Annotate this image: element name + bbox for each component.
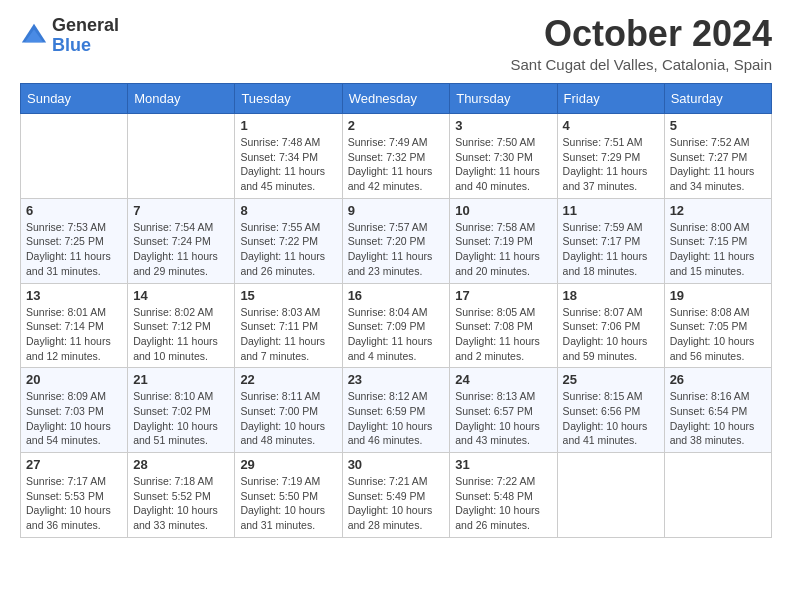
day-number: 25 xyxy=(563,372,659,387)
page-header: General Blue October 2024 Sant Cugat del… xyxy=(20,16,772,73)
day-number: 19 xyxy=(670,288,766,303)
calendar-cell: 20Sunrise: 8:09 AM Sunset: 7:03 PM Dayli… xyxy=(21,368,128,453)
day-of-week-header: Monday xyxy=(128,84,235,114)
day-number: 8 xyxy=(240,203,336,218)
calendar-cell: 7Sunrise: 7:54 AM Sunset: 7:24 PM Daylig… xyxy=(128,198,235,283)
calendar-cell: 29Sunrise: 7:19 AM Sunset: 5:50 PM Dayli… xyxy=(235,453,342,538)
day-info: Sunrise: 7:17 AM Sunset: 5:53 PM Dayligh… xyxy=(26,474,122,533)
day-of-week-header: Sunday xyxy=(21,84,128,114)
day-info: Sunrise: 8:11 AM Sunset: 7:00 PM Dayligh… xyxy=(240,389,336,448)
day-number: 4 xyxy=(563,118,659,133)
day-info: Sunrise: 7:52 AM Sunset: 7:27 PM Dayligh… xyxy=(670,135,766,194)
calendar-cell: 21Sunrise: 8:10 AM Sunset: 7:02 PM Dayli… xyxy=(128,368,235,453)
calendar-cell xyxy=(21,114,128,199)
day-of-week-header: Saturday xyxy=(664,84,771,114)
day-number: 22 xyxy=(240,372,336,387)
month-title: October 2024 xyxy=(510,16,772,52)
calendar-cell: 14Sunrise: 8:02 AM Sunset: 7:12 PM Dayli… xyxy=(128,283,235,368)
day-info: Sunrise: 7:49 AM Sunset: 7:32 PM Dayligh… xyxy=(348,135,445,194)
day-info: Sunrise: 7:19 AM Sunset: 5:50 PM Dayligh… xyxy=(240,474,336,533)
day-info: Sunrise: 8:01 AM Sunset: 7:14 PM Dayligh… xyxy=(26,305,122,364)
calendar-cell: 31Sunrise: 7:22 AM Sunset: 5:48 PM Dayli… xyxy=(450,453,557,538)
day-info: Sunrise: 8:10 AM Sunset: 7:02 PM Dayligh… xyxy=(133,389,229,448)
calendar-week-row: 20Sunrise: 8:09 AM Sunset: 7:03 PM Dayli… xyxy=(21,368,772,453)
day-info: Sunrise: 7:18 AM Sunset: 5:52 PM Dayligh… xyxy=(133,474,229,533)
calendar-cell: 22Sunrise: 8:11 AM Sunset: 7:00 PM Dayli… xyxy=(235,368,342,453)
day-info: Sunrise: 8:03 AM Sunset: 7:11 PM Dayligh… xyxy=(240,305,336,364)
day-number: 5 xyxy=(670,118,766,133)
day-number: 2 xyxy=(348,118,445,133)
day-number: 24 xyxy=(455,372,551,387)
day-info: Sunrise: 8:13 AM Sunset: 6:57 PM Dayligh… xyxy=(455,389,551,448)
day-info: Sunrise: 7:55 AM Sunset: 7:22 PM Dayligh… xyxy=(240,220,336,279)
calendar-cell: 2Sunrise: 7:49 AM Sunset: 7:32 PM Daylig… xyxy=(342,114,450,199)
calendar-cell: 9Sunrise: 7:57 AM Sunset: 7:20 PM Daylig… xyxy=(342,198,450,283)
calendar-week-row: 13Sunrise: 8:01 AM Sunset: 7:14 PM Dayli… xyxy=(21,283,772,368)
calendar-header-row: SundayMondayTuesdayWednesdayThursdayFrid… xyxy=(21,84,772,114)
calendar-cell: 26Sunrise: 8:16 AM Sunset: 6:54 PM Dayli… xyxy=(664,368,771,453)
day-number: 26 xyxy=(670,372,766,387)
day-info: Sunrise: 8:09 AM Sunset: 7:03 PM Dayligh… xyxy=(26,389,122,448)
logo-blue-text: Blue xyxy=(52,36,119,56)
day-number: 12 xyxy=(670,203,766,218)
day-of-week-header: Wednesday xyxy=(342,84,450,114)
day-number: 7 xyxy=(133,203,229,218)
calendar-week-row: 6Sunrise: 7:53 AM Sunset: 7:25 PM Daylig… xyxy=(21,198,772,283)
day-info: Sunrise: 7:48 AM Sunset: 7:34 PM Dayligh… xyxy=(240,135,336,194)
day-info: Sunrise: 7:50 AM Sunset: 7:30 PM Dayligh… xyxy=(455,135,551,194)
day-info: Sunrise: 7:21 AM Sunset: 5:49 PM Dayligh… xyxy=(348,474,445,533)
day-number: 29 xyxy=(240,457,336,472)
day-info: Sunrise: 7:53 AM Sunset: 7:25 PM Dayligh… xyxy=(26,220,122,279)
calendar-cell: 17Sunrise: 8:05 AM Sunset: 7:08 PM Dayli… xyxy=(450,283,557,368)
day-of-week-header: Tuesday xyxy=(235,84,342,114)
day-number: 3 xyxy=(455,118,551,133)
day-info: Sunrise: 7:22 AM Sunset: 5:48 PM Dayligh… xyxy=(455,474,551,533)
logo-general-text: General xyxy=(52,16,119,36)
day-number: 23 xyxy=(348,372,445,387)
calendar-cell: 3Sunrise: 7:50 AM Sunset: 7:30 PM Daylig… xyxy=(450,114,557,199)
day-number: 15 xyxy=(240,288,336,303)
logo: General Blue xyxy=(20,16,119,56)
day-info: Sunrise: 8:08 AM Sunset: 7:05 PM Dayligh… xyxy=(670,305,766,364)
day-number: 27 xyxy=(26,457,122,472)
title-section: October 2024 Sant Cugat del Valles, Cata… xyxy=(510,16,772,73)
day-info: Sunrise: 8:05 AM Sunset: 7:08 PM Dayligh… xyxy=(455,305,551,364)
calendar-cell: 10Sunrise: 7:58 AM Sunset: 7:19 PM Dayli… xyxy=(450,198,557,283)
day-info: Sunrise: 8:02 AM Sunset: 7:12 PM Dayligh… xyxy=(133,305,229,364)
calendar-cell: 8Sunrise: 7:55 AM Sunset: 7:22 PM Daylig… xyxy=(235,198,342,283)
day-number: 28 xyxy=(133,457,229,472)
day-info: Sunrise: 8:16 AM Sunset: 6:54 PM Dayligh… xyxy=(670,389,766,448)
calendar-cell: 16Sunrise: 8:04 AM Sunset: 7:09 PM Dayli… xyxy=(342,283,450,368)
day-number: 9 xyxy=(348,203,445,218)
day-info: Sunrise: 8:15 AM Sunset: 6:56 PM Dayligh… xyxy=(563,389,659,448)
day-info: Sunrise: 8:07 AM Sunset: 7:06 PM Dayligh… xyxy=(563,305,659,364)
calendar-cell: 11Sunrise: 7:59 AM Sunset: 7:17 PM Dayli… xyxy=(557,198,664,283)
day-number: 17 xyxy=(455,288,551,303)
day-number: 11 xyxy=(563,203,659,218)
day-info: Sunrise: 7:58 AM Sunset: 7:19 PM Dayligh… xyxy=(455,220,551,279)
calendar-cell: 28Sunrise: 7:18 AM Sunset: 5:52 PM Dayli… xyxy=(128,453,235,538)
day-info: Sunrise: 8:00 AM Sunset: 7:15 PM Dayligh… xyxy=(670,220,766,279)
day-number: 21 xyxy=(133,372,229,387)
day-number: 10 xyxy=(455,203,551,218)
day-number: 14 xyxy=(133,288,229,303)
calendar-cell: 13Sunrise: 8:01 AM Sunset: 7:14 PM Dayli… xyxy=(21,283,128,368)
calendar-cell: 23Sunrise: 8:12 AM Sunset: 6:59 PM Dayli… xyxy=(342,368,450,453)
calendar-cell: 24Sunrise: 8:13 AM Sunset: 6:57 PM Dayli… xyxy=(450,368,557,453)
location-text: Sant Cugat del Valles, Catalonia, Spain xyxy=(510,56,772,73)
day-number: 31 xyxy=(455,457,551,472)
day-info: Sunrise: 8:12 AM Sunset: 6:59 PM Dayligh… xyxy=(348,389,445,448)
day-of-week-header: Thursday xyxy=(450,84,557,114)
calendar-cell xyxy=(557,453,664,538)
logo-icon xyxy=(20,22,48,50)
calendar-week-row: 27Sunrise: 7:17 AM Sunset: 5:53 PM Dayli… xyxy=(21,453,772,538)
day-number: 20 xyxy=(26,372,122,387)
day-info: Sunrise: 7:59 AM Sunset: 7:17 PM Dayligh… xyxy=(563,220,659,279)
calendar-cell: 12Sunrise: 8:00 AM Sunset: 7:15 PM Dayli… xyxy=(664,198,771,283)
day-number: 16 xyxy=(348,288,445,303)
calendar-cell: 15Sunrise: 8:03 AM Sunset: 7:11 PM Dayli… xyxy=(235,283,342,368)
calendar-cell: 30Sunrise: 7:21 AM Sunset: 5:49 PM Dayli… xyxy=(342,453,450,538)
day-info: Sunrise: 8:04 AM Sunset: 7:09 PM Dayligh… xyxy=(348,305,445,364)
calendar-cell: 4Sunrise: 7:51 AM Sunset: 7:29 PM Daylig… xyxy=(557,114,664,199)
calendar-week-row: 1Sunrise: 7:48 AM Sunset: 7:34 PM Daylig… xyxy=(21,114,772,199)
